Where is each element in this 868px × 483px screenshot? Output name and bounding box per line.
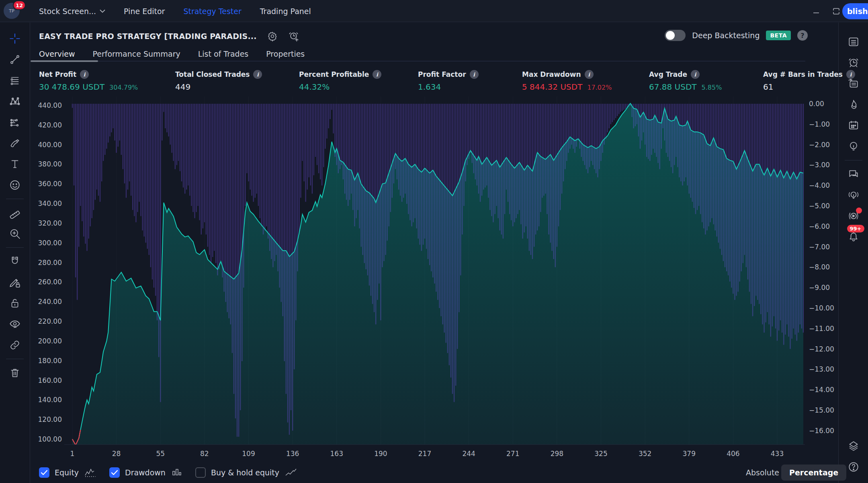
stat-label: Net Profit [39,70,76,78]
fib-retracement-button[interactable] [6,71,24,90]
watchlist-button[interactable] [844,33,863,51]
info-icon[interactable]: i [80,70,89,79]
drawdown-axis-label: −15.00 [809,406,837,414]
strategy-tester-pane: EASY TRADE PRO STRATEGY [TRADING PARADIS… [31,23,838,483]
streams-button[interactable] [844,207,863,225]
drawdown-axis-label: 0.00 [809,100,837,108]
emoji-button[interactable] [6,176,24,194]
trend-line-button[interactable] [6,50,24,69]
drawing-toolbar [0,23,30,483]
zoom-in-icon [9,228,21,240]
drawdown-axis-label: −4.00 [809,181,837,189]
tab-properties[interactable]: Properties [266,49,305,58]
toolbar-divider [6,247,24,248]
time-axis-label: 28 [112,450,121,458]
info-icon[interactable]: i [691,70,700,79]
equity-axis-label: 180.00 [34,357,62,365]
topbar-tab-trading-panel[interactable]: Trading Panel [260,7,311,16]
hide-drawings-button[interactable] [6,315,24,333]
buy-hold-toggle[interactable]: Buy & hold equity [195,467,297,478]
equity-toggle[interactable]: Equity [39,467,97,478]
stat-label: Max Drawdown [522,70,581,78]
crosshair-button[interactable] [6,29,24,48]
topbar-tab-stock-screen[interactable]: Stock Screen... [39,7,105,16]
drawdown-axis-label: −11.00 [809,325,837,333]
drawdown-checkbox[interactable] [109,467,120,478]
info-icon[interactable]: i [585,70,594,79]
strategy-title: EASY TRADE PRO STRATEGY [TRADING PARADIS… [39,32,257,41]
tab-performance-summary[interactable]: Performance Summary [92,49,180,58]
info-icon[interactable]: i [373,70,381,79]
active-tab-indicator [31,60,98,62]
help-button[interactable] [844,458,863,476]
chat-button[interactable] [844,165,863,183]
hotlist-flame-button[interactable] [844,95,863,114]
equity-checkbox[interactable] [39,467,49,478]
drawing-lock-button[interactable] [6,273,24,292]
notification-count-badge: 12 [13,0,26,10]
equity-axis-label: 200.00 [34,337,62,345]
text-button[interactable] [6,155,24,173]
publish-button[interactable]: blish [842,3,868,19]
tab-overview[interactable]: Overview [39,49,75,58]
equity-axis-label: 360.00 [34,180,62,188]
time-axis[interactable]: 1285582109136163190217244271298325352379… [64,444,805,462]
app-window: TP 12 Stock Screen...Pine EditorStrategy… [0,0,868,483]
stat-percent: 304.79% [109,84,138,91]
trash-button[interactable] [6,364,24,382]
lock-button[interactable] [6,294,24,312]
stat-percent: 5.85% [702,84,722,91]
time-axis-label: 433 [771,450,784,458]
ideas-live-button[interactable] [844,186,863,204]
equity-axis-label: 380.00 [34,160,62,168]
time-axis-label: 1 [70,450,75,458]
tab-list-of-trades[interactable]: List of Trades [198,49,249,58]
forecast-button[interactable] [6,113,24,132]
trend-line-icon [9,53,21,66]
buy-hold-checkbox[interactable] [195,467,206,478]
mode-percentage-button[interactable]: Percentage [781,465,846,481]
link-button[interactable] [6,336,24,354]
time-axis-label: 190 [374,450,387,458]
info-icon[interactable]: i [846,70,855,79]
stat-value: 30 478.69 USDT [39,82,104,92]
topbar-tab-strategy-tester[interactable]: Strategy Tester [183,7,241,16]
equity-axis-label: 120.00 [34,415,62,423]
deep-backtesting-toggle[interactable] [665,30,686,41]
info-icon[interactable]: i [470,70,479,79]
alert-clock-icon [848,57,860,69]
notifications-bell-button[interactable]: 99+ [844,228,863,246]
lock-icon [9,297,21,309]
help-question-icon[interactable]: ? [797,30,808,41]
xabcd-pattern-button[interactable] [6,92,24,111]
ruler-button[interactable] [6,203,24,222]
ideas-bulb-button[interactable] [844,137,863,156]
time-axis-label: 109 [242,450,255,458]
toolbar-divider [6,359,24,359]
drawing-lock-icon [9,276,21,288]
strategy-header: EASY TRADE PRO STRATEGY [TRADING PARADIS… [39,27,299,45]
mode-absolute-button[interactable]: Absolute [746,468,779,477]
maximize-icon[interactable] [832,7,841,16]
minimize-icon[interactable] [812,7,821,16]
time-axis-label: 298 [551,450,563,458]
chat-icon [848,168,860,180]
object-tree-button[interactable] [844,437,863,455]
calendar-button[interactable] [844,116,863,135]
drawdown-axis-label: −12.00 [809,345,837,353]
stat-percent-profitable: Percent Profitablei44.32% [299,70,381,92]
equity-axis-label: 440.00 [34,101,62,109]
add-alert-icon[interactable] [288,31,299,42]
brush-button[interactable] [6,134,24,152]
drawdown-toggle[interactable]: Drawdown [109,467,183,478]
info-icon[interactable]: i [253,70,262,79]
alert-clock-button[interactable] [844,53,863,72]
strategy-settings-gear-icon[interactable] [267,31,278,41]
zoom-in-button[interactable] [6,224,24,243]
equity-chart[interactable] [64,97,805,444]
magnet-button[interactable] [6,252,24,271]
drawdown-axis-label: −9.00 [809,284,837,292]
stat-label: Percent Profitable [299,70,369,78]
time-axis-label: 136 [286,450,299,458]
topbar-tab-pine-editor[interactable]: Pine Editor [124,7,165,16]
